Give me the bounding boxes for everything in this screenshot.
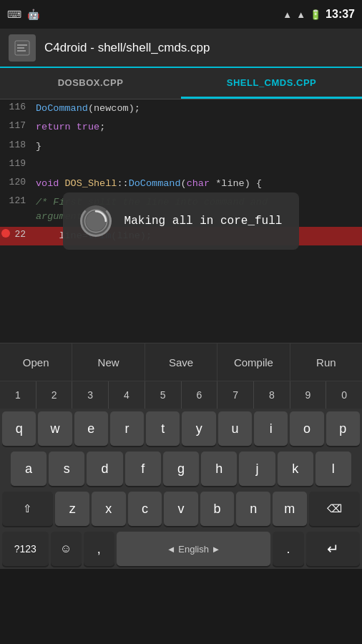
- keyboard: 1 2 3 4 5 6 7 8 9 0 q w e r t y u i o p …: [0, 381, 362, 569]
- period-key[interactable]: .: [273, 532, 303, 566]
- key-m[interactable]: m: [273, 492, 307, 526]
- space-key[interactable]: ◄ English ►: [117, 532, 271, 566]
- key-t[interactable]: t: [146, 411, 180, 446]
- asdf-row: a s d f g h j k l: [0, 449, 362, 489]
- app-icon: [9, 34, 36, 62]
- key-9[interactable]: 9: [290, 381, 327, 409]
- keyboard-status-icon: ⌨: [7, 9, 21, 20]
- open-button[interactable]: Open: [0, 343, 72, 381]
- key-8[interactable]: 8: [254, 381, 290, 409]
- code-content-117: return true;: [33, 119, 362, 136]
- title-bar: C4droid - shell/shell_cmds.cpp: [0, 29, 362, 68]
- key-3[interactable]: 3: [72, 381, 109, 409]
- line-number-22: 22: [0, 228, 33, 240]
- emoji-key[interactable]: ☺: [51, 532, 82, 566]
- key-b[interactable]: b: [200, 492, 235, 526]
- android-status-icon: 🤖: [27, 9, 39, 20]
- key-n[interactable]: n: [236, 492, 270, 526]
- line-number-118: 118: [0, 138, 33, 150]
- key-4[interactable]: 4: [109, 381, 145, 409]
- key-d[interactable]: d: [87, 452, 122, 486]
- space-lang-label: ◄ English ►: [167, 544, 221, 555]
- key-x[interactable]: x: [92, 492, 126, 526]
- code-content-120: void DOS_Shell::DoCommand(char *line) {: [33, 175, 362, 192]
- status-left-icons: ⌨ 🤖: [7, 9, 39, 20]
- code-content-22: line=trim(line);: [33, 228, 362, 245]
- bottom-row: ?123 ☺ , ◄ English ► . ↵: [0, 529, 362, 569]
- compile-button[interactable]: Compile: [217, 343, 290, 381]
- status-right-icons: ▲ ▲ 🔋 13:37: [283, 8, 355, 21]
- key-7[interactable]: 7: [217, 381, 254, 409]
- code-content-118: }: [33, 138, 362, 155]
- key-o[interactable]: o: [290, 411, 323, 446]
- code-content-121: /* First split the line into command and…: [33, 194, 362, 226]
- key-y[interactable]: y: [182, 411, 215, 446]
- toolbar: Open New Save Compile Run: [0, 343, 362, 381]
- backspace-key[interactable]: ⌫: [309, 492, 360, 526]
- key-5[interactable]: 5: [145, 381, 182, 409]
- key-k[interactable]: k: [278, 452, 313, 486]
- battery-icon: 🔋: [310, 9, 321, 20]
- tab-dosbox[interactable]: DOSBOX.CPP: [0, 68, 181, 99]
- key-z[interactable]: z: [55, 492, 89, 526]
- new-button[interactable]: New: [72, 343, 145, 381]
- key-s[interactable]: s: [49, 452, 84, 486]
- code-line-116: 116 DoCommand(newcom);: [0, 99, 362, 118]
- key-v[interactable]: v: [164, 492, 198, 526]
- key-a[interactable]: a: [11, 452, 47, 486]
- tab-shell-cmds[interactable]: SHELL_CMDS.CPP: [181, 68, 362, 99]
- key-1[interactable]: 1: [0, 381, 36, 409]
- key-e[interactable]: e: [74, 411, 108, 446]
- code-content-116: DoCommand(newcom);: [33, 100, 362, 117]
- key-j[interactable]: j: [239, 452, 275, 486]
- key-r[interactable]: r: [110, 411, 144, 446]
- key-6[interactable]: 6: [182, 381, 218, 409]
- line-number-120: 120: [0, 175, 33, 187]
- sym-key[interactable]: ?123: [2, 532, 49, 566]
- code-content-119: [33, 157, 362, 160]
- key-h[interactable]: h: [201, 452, 237, 486]
- key-p[interactable]: p: [326, 411, 360, 446]
- key-i[interactable]: i: [254, 411, 288, 446]
- qwerty-row: q w e r t y u i o p: [0, 409, 362, 449]
- key-w[interactable]: w: [38, 411, 72, 446]
- run-button[interactable]: Run: [290, 343, 362, 381]
- zxcv-row: ⇧ z x c v b n m ⌫: [0, 489, 362, 529]
- line-number-117: 117: [0, 119, 33, 131]
- status-bar: ⌨ 🤖 ▲ ▲ 🔋 13:37: [0, 0, 362, 29]
- key-q[interactable]: q: [2, 411, 36, 446]
- line-number-121: 121: [0, 194, 33, 206]
- key-0[interactable]: 0: [326, 381, 362, 409]
- shift-key[interactable]: ⇧: [2, 492, 53, 526]
- code-line-117: 117 return true;: [0, 118, 362, 137]
- key-u[interactable]: u: [218, 411, 252, 446]
- code-line-118: 118 }: [0, 137, 362, 156]
- comma-key[interactable]: ,: [84, 532, 114, 566]
- code-line-119: 119: [0, 156, 362, 175]
- key-2[interactable]: 2: [36, 381, 73, 409]
- line-number-116: 116: [0, 100, 33, 112]
- breakpoint-dot: [1, 229, 10, 238]
- key-f[interactable]: f: [125, 452, 161, 486]
- key-l[interactable]: l: [315, 452, 351, 486]
- line-number-119: 119: [0, 157, 33, 169]
- code-line-120: 120 void DOS_Shell::DoCommand(char *line…: [0, 175, 362, 193]
- wifi-icon: ▲: [296, 9, 305, 20]
- tabs[interactable]: DOSBOX.CPP SHELL_CMDS.CPP: [0, 68, 362, 99]
- code-line-121: 121 /* First split the line into command…: [0, 193, 362, 227]
- status-time: 13:37: [326, 8, 355, 21]
- key-g[interactable]: g: [163, 452, 199, 486]
- app-title: C4droid - shell/shell_cmds.cpp: [44, 41, 210, 55]
- number-row: 1 2 3 4 5 6 7 8 9 0: [0, 381, 362, 409]
- code-line-22: 22 line=trim(line);: [0, 227, 362, 245]
- enter-key[interactable]: ↵: [306, 532, 360, 566]
- code-editor[interactable]: 116 DoCommand(newcom); 117 return true; …: [0, 99, 362, 343]
- key-c[interactable]: c: [128, 492, 162, 526]
- save-button[interactable]: Save: [145, 343, 217, 381]
- sim-icon: ▲: [283, 9, 292, 20]
